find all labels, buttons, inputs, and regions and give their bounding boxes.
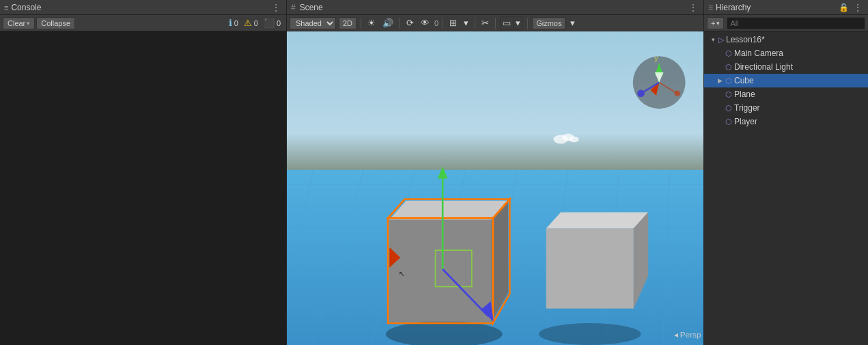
svg-marker-24: [389, 201, 508, 220]
console-title: Console: [11, 3, 267, 12]
gizmos-dropdown[interactable]: ▾: [568, 18, 577, 28]
trigger-icon: ⬡: [725, 104, 732, 113]
toolbar-separator-5: [495, 18, 496, 29]
cube-label: Cube: [734, 76, 754, 85]
svg-point-19: [539, 323, 641, 345]
warn-icon: ⚠: [244, 18, 252, 28]
hierarchy-item-directionallight[interactable]: ⬡ Directional Light: [704, 60, 868, 74]
scene-panel: # Scene ⋮ Shaded 2D ☀ 🔊 ⟳ 👁 0 ⊞ ▾ ✂ ▭: [287, 0, 704, 345]
lesson16-label: Lesson16*: [726, 35, 765, 44]
svg-point-47: [675, 90, 681, 96]
hierarchy-toolbar: + ▾: [704, 15, 868, 31]
maincamera-label: Main Camera: [734, 49, 783, 58]
scene-title: Scene: [300, 3, 323, 12]
toolbar-separator-2: [400, 18, 400, 29]
hierarchy-title: Hierarchy: [716, 3, 751, 12]
hierarchy-item-plane[interactable]: ⬡ Plane: [704, 87, 868, 101]
console-panel: ≡ Console ⋮ Clear ▾ Collapse ℹ 0 ⚠ 0 ⬛: [0, 0, 287, 345]
info-badge: ℹ 0: [229, 18, 238, 28]
hierarchy-add-button[interactable]: + ▾: [707, 17, 724, 29]
svg-rect-20: [546, 228, 634, 308]
info-count: 0: [234, 19, 238, 27]
shading-select[interactable]: Shaded: [290, 17, 336, 29]
svg-text:◂ Persp: ◂ Persp: [674, 330, 701, 339]
error-icon: ⬛: [264, 18, 275, 28]
toolbar-separator-3: [443, 18, 443, 29]
console-badges: ℹ 0 ⚠ 0 ⬛ 0: [229, 18, 283, 28]
light-toggle-button[interactable]: ☀: [365, 18, 378, 28]
lesson16-icon: ▷: [718, 36, 724, 44]
hierarchy-item-player[interactable]: ⬡ Player: [704, 115, 868, 128]
player-icon: ⬡: [725, 118, 732, 126]
hierarchy-item-lesson16[interactable]: ▾ ▷ Lesson16*: [704, 33, 868, 46]
hierarchy-item-cube[interactable]: ▶ ⬡ Cube: [704, 74, 868, 87]
2d-button[interactable]: 2D: [339, 17, 356, 29]
hierarchy-header: ≡ Hierarchy 🔒 ⋮: [704, 0, 868, 15]
console-body: [0, 31, 286, 345]
hierarchy-item-trigger[interactable]: ⬡ Trigger: [704, 101, 868, 115]
svg-marker-21: [546, 212, 648, 228]
hierarchy-lock-button[interactable]: 🔒: [839, 3, 849, 12]
render-mode-group: ▭ ▾: [500, 16, 523, 30]
scene-body[interactable]: ↖ y: [287, 31, 703, 345]
audio-toggle-button[interactable]: 🔊: [380, 18, 395, 28]
hierarchy-search-input[interactable]: [727, 17, 865, 29]
error-badge: ⬛ 0: [264, 18, 281, 28]
scene-options-button[interactable]: ⋮: [687, 2, 699, 13]
svg-text:y: y: [654, 54, 658, 62]
scene-canvas: ↖ y: [287, 31, 703, 345]
grid-button[interactable]: ⊞: [447, 18, 459, 28]
gizmos-button[interactable]: Gizmos: [532, 17, 565, 29]
plane-icon: ⬡: [725, 90, 732, 99]
error-count: 0: [277, 19, 281, 27]
maincamera-icon: ⬡: [725, 49, 732, 58]
directionallight-icon: ⬡: [725, 63, 732, 72]
scene-toolbar: Shaded 2D ☀ 🔊 ⟳ 👁 0 ⊞ ▾ ✂ ▭ ▾ Gizmos ▾: [287, 15, 703, 31]
clear-label: Clear: [8, 19, 25, 27]
scene-header: # Scene ⋮: [287, 0, 703, 15]
hierarchy-panel: ≡ Hierarchy 🔒 ⋮ + ▾ ▾ ▷ Lesson16* ⬡: [704, 0, 868, 345]
scene-hash-icon: #: [291, 3, 296, 12]
hidden-count: 0: [434, 19, 438, 27]
render-mode-button[interactable]: ▭: [501, 17, 514, 29]
toolbar-separator-4: [475, 18, 475, 29]
cube-icon: ⬡: [725, 77, 732, 85]
snap-button[interactable]: ✂: [479, 18, 491, 28]
hierarchy-body: ▾ ▷ Lesson16* ⬡ Main Camera ⬡ Directiona…: [704, 31, 868, 345]
clear-dropdown-arrow: ▾: [27, 20, 30, 27]
player-label: Player: [734, 117, 757, 126]
hierarchy-item-maincamera[interactable]: ⬡ Main Camera: [704, 46, 868, 60]
collapse-button[interactable]: Collapse: [36, 17, 75, 29]
svg-rect-0: [287, 31, 703, 177]
warn-count: 0: [254, 19, 258, 27]
grid-dropdown[interactable]: ▾: [462, 18, 471, 28]
warn-badge: ⚠ 0: [244, 18, 258, 28]
console-icon: ≡: [4, 3, 8, 12]
plane-label: Plane: [734, 89, 755, 99]
add-label: +: [711, 19, 715, 27]
info-icon: ℹ: [229, 18, 232, 28]
fx-button[interactable]: ⟳: [404, 18, 416, 28]
console-toolbar: Clear ▾ Collapse ℹ 0 ⚠ 0 ⬛ 0: [0, 15, 286, 31]
hierarchy-icon: ≡: [708, 3, 713, 12]
trigger-label: Trigger: [734, 103, 760, 113]
svg-point-46: [637, 89, 645, 97]
toolbar-separator-1: [361, 18, 361, 29]
add-dropdown-arrow: ▾: [716, 20, 720, 27]
lesson16-arrow: ▾: [710, 36, 716, 43]
cube-arrow: ▶: [716, 77, 723, 84]
console-options-button[interactable]: ⋮: [270, 2, 282, 13]
console-header: ≡ Console ⋮: [0, 0, 286, 15]
hierarchy-options-button[interactable]: ⋮: [852, 2, 864, 13]
hidden-toggle-button[interactable]: 👁: [419, 18, 432, 28]
svg-point-38: [569, 137, 579, 143]
clear-button[interactable]: Clear ▾: [3, 17, 35, 29]
svg-text:↖: ↖: [399, 266, 405, 279]
render-mode-dropdown[interactable]: ▾: [514, 17, 522, 29]
directionallight-label: Directional Light: [734, 62, 793, 72]
toolbar-separator-6: [527, 18, 528, 29]
